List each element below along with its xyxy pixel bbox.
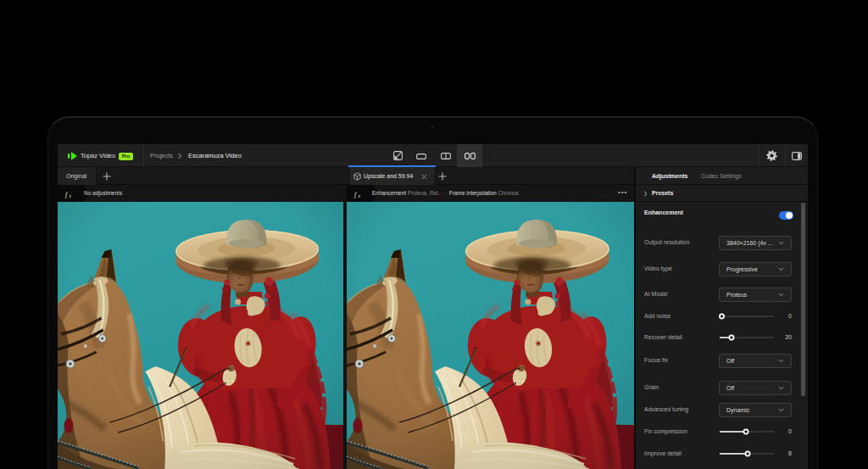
svg-text:x: x <box>358 193 361 198</box>
svg-text:x: x <box>69 193 72 198</box>
